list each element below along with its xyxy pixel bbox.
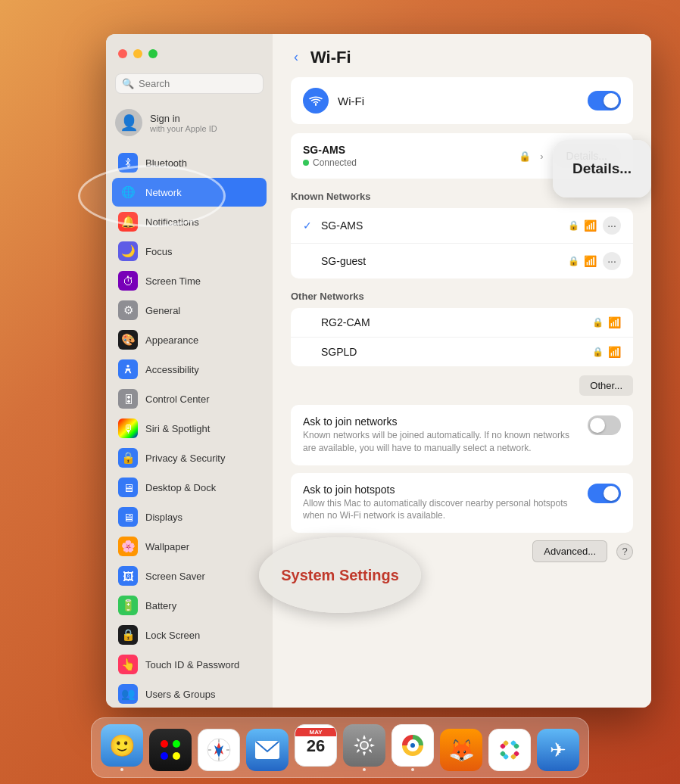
more-button-sg-guest[interactable]: ··· (603, 252, 621, 270)
known-networks-list: ✓ SG-AMS 🔒 📶 ··· ✓ SG-guest 🔒 📶 (291, 208, 633, 278)
other-network-rg2-cam[interactable]: ✓ RG2-CAM 🔒 📶 (291, 308, 633, 338)
network-label: Network (145, 187, 182, 198)
lock-icon-sg-guest: 🔒 (568, 256, 579, 266)
avatar: 👤 (115, 109, 142, 136)
displays-label: Displays (145, 512, 182, 523)
other-network-button[interactable]: Other... (579, 375, 633, 396)
known-network-sg-guest[interactable]: ✓ SG-guest 🔒 📶 ··· (291, 244, 633, 278)
user-name: Sign in (150, 113, 217, 124)
status-text: Connected (313, 157, 357, 168)
touch-id-label: Touch ID & Password (145, 659, 239, 670)
svg-point-10 (361, 742, 367, 748)
other-network-sgpld[interactable]: ✓ SGPLD 🔒 📶 (291, 338, 633, 366)
wifi-icon-sg-guest: 📶 (584, 255, 597, 267)
content-header: ‹ Wi-Fi (273, 34, 651, 77)
dock-dot-system-settings (363, 768, 366, 771)
dock-item-system-settings[interactable] (343, 724, 385, 771)
battery-icon: 🔋 (118, 596, 138, 615)
sidebar-item-network[interactable]: 🌐 Network (112, 178, 267, 207)
help-button[interactable]: ? (616, 543, 633, 560)
details-callout-bubble: Details... (553, 140, 651, 198)
dock-dot-finder (120, 768, 123, 771)
lock-screen-icon: 🔒 (118, 625, 138, 645)
sidebar-user[interactable]: 👤 Sign in with your Apple ID (106, 103, 273, 142)
notifications-icon: 🔔 (118, 212, 138, 232)
search-input[interactable] (139, 78, 257, 89)
sidebar-item-privacy[interactable]: 🔒 Privacy & Security (112, 443, 267, 472)
sidebar-item-displays[interactable]: 🖥 Displays (112, 502, 267, 531)
sidebar-item-general[interactable]: ⚙ General (112, 296, 267, 325)
dock-item-chrome[interactable] (391, 724, 434, 771)
page-title: Wi-Fi (310, 48, 351, 67)
wifi-label: Wi-Fi (338, 95, 579, 107)
launchpad-icon (149, 729, 192, 771)
sidebar-item-notifications[interactable]: 🔔 Notifications (112, 207, 267, 236)
other-networks-list: ✓ RG2-CAM 🔒 📶 ✓ SGPLD 🔒 📶 (291, 308, 633, 366)
dock-item-calendar[interactable]: MAY 26 (295, 724, 337, 771)
wallpaper-label: Wallpaper (145, 541, 189, 552)
siri-label: Siri & Spotlight (145, 423, 210, 434)
siri-icon: 🎙 (118, 418, 138, 438)
calendar-month: MAY (295, 728, 336, 736)
dock-item-finder[interactable]: 🙂 (101, 724, 143, 771)
svg-point-1 (161, 740, 168, 748)
focus-icon: 🌙 (118, 241, 138, 261)
ask-join-networks-row: Ask to join networks Known networks will… (291, 405, 633, 465)
sidebar-item-bluetooth[interactable]: Bluetooth (112, 148, 267, 177)
accessibility-label: Accessibility (145, 364, 199, 375)
sidebar-item-screen-saver[interactable]: 🖼 Screen Saver (112, 562, 267, 590)
sidebar-item-desktop-dock[interactable]: 🖥 Desktop & Dock (112, 473, 267, 502)
system-settings-label: System Settings (281, 567, 399, 584)
wifi-toggle-row: Wi-Fi (291, 77, 633, 124)
sidebar-item-touch-id[interactable]: 👆 Touch ID & Password (112, 650, 267, 679)
sidebar-item-wallpaper[interactable]: 🌸 Wallpaper (112, 532, 267, 561)
sidebar-item-users-groups[interactable]: 👥 Users & Groups (112, 680, 267, 708)
minimize-button[interactable] (133, 49, 142, 58)
finder-icon: 🙂 (101, 724, 143, 767)
wifi-toggle[interactable] (588, 91, 621, 110)
check-mark: ✓ (303, 219, 315, 232)
ask-join-hotspots-toggle[interactable] (588, 484, 621, 503)
sidebar-item-siri[interactable]: 🎙 Siri & Spotlight (112, 414, 267, 443)
system-settings-tooltip: System Settings (259, 537, 421, 613)
accessibility-icon (118, 359, 138, 379)
touch-id-icon: 👆 (118, 655, 138, 674)
dock-item-launchpad[interactable] (149, 729, 192, 771)
airmail-icon: ✈ (537, 729, 579, 771)
sidebar-item-battery[interactable]: 🔋 Battery (112, 591, 267, 620)
system-settings-icon (343, 724, 385, 767)
battery-label: Battery (145, 600, 176, 611)
back-button[interactable]: ‹ (291, 46, 301, 68)
dock-item-slack[interactable] (488, 729, 531, 771)
sidebar-item-lock-screen[interactable]: 🔒 Lock Screen (112, 621, 267, 649)
more-button-sg-ams[interactable]: ··· (603, 216, 621, 235)
chevron-icon: › (540, 151, 543, 162)
dock-item-airmail[interactable]: ✈ (537, 729, 579, 771)
dock: 🙂 (91, 717, 589, 778)
focus-label: Focus (145, 246, 172, 257)
status-dot (303, 160, 309, 166)
lock-icon-sgpld: 🔒 (592, 347, 604, 357)
ask-join-hotspots-title: Ask to join hotspots (303, 484, 579, 496)
lock-icon-rg2-cam: 🔒 (592, 317, 604, 328)
advanced-button[interactable]: Advanced... (532, 540, 607, 562)
sidebar-item-appearance[interactable]: 🎨 Appearance (112, 325, 267, 354)
dock-item-firefox[interactable]: 🦊 (440, 729, 482, 771)
wallpaper-icon: 🌸 (118, 537, 138, 556)
lock-screen-label: Lock Screen (145, 630, 200, 641)
sidebar-item-screen-time[interactable]: ⏱ Screen Time (112, 266, 267, 295)
sidebar-item-control-center[interactable]: 🎛 Control Center (112, 384, 267, 413)
ask-join-networks-toggle[interactable] (588, 415, 621, 435)
known-network-sg-ams[interactable]: ✓ SG-AMS 🔒 📶 ··· (291, 208, 633, 244)
dock-item-mail[interactable] (246, 729, 289, 771)
appearance-label: Appearance (145, 334, 198, 346)
sidebar-item-accessibility[interactable]: Accessibility (112, 355, 267, 384)
wifi-icon-rg2-cam: 📶 (608, 316, 621, 328)
general-icon: ⚙ (118, 300, 138, 320)
maximize-button[interactable] (148, 49, 158, 58)
search-box[interactable]: 🔍 (115, 73, 264, 94)
sidebar-item-focus[interactable]: 🌙 Focus (112, 237, 267, 266)
slack-icon (488, 729, 531, 771)
dock-item-safari[interactable] (198, 729, 240, 771)
close-button[interactable] (118, 49, 127, 58)
